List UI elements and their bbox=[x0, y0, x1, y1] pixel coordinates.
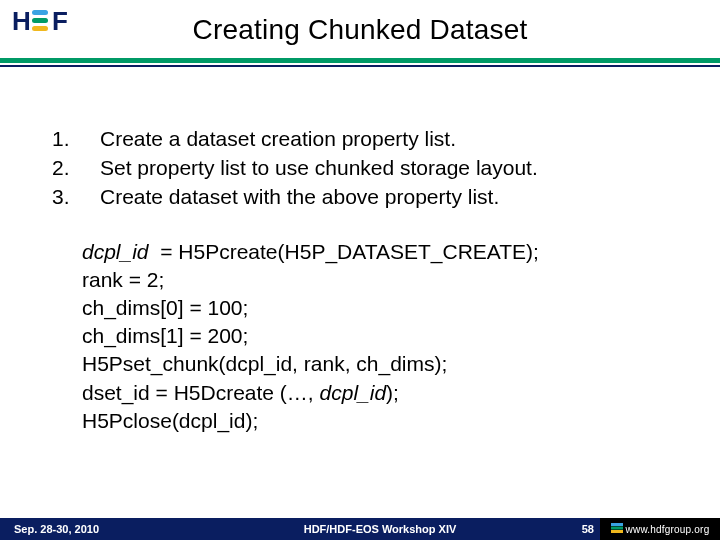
divider-green bbox=[0, 58, 720, 63]
svg-rect-6 bbox=[611, 527, 623, 530]
code-line: ch_dims[0] = 100; bbox=[82, 294, 668, 322]
step-text: Create a dataset creation property list. bbox=[100, 125, 456, 154]
code-line: H5Pset_chunk(dcpl_id, rank, ch_dims); bbox=[82, 350, 668, 378]
footer-page: 58 bbox=[560, 523, 600, 535]
svg-rect-3 bbox=[32, 26, 48, 31]
hdf-logo: H F bbox=[12, 6, 76, 44]
code-block: dcpl_id = H5Pcreate(H5P_DATASET_CREATE);… bbox=[52, 238, 668, 435]
footer-url: www.hdfgroup.org bbox=[626, 524, 710, 535]
list-item: 2. Set property list to use chunked stor… bbox=[52, 154, 668, 183]
code-text: dset_id = H5Dcreate (…, bbox=[82, 381, 320, 404]
svg-text:F: F bbox=[52, 6, 68, 36]
svg-rect-5 bbox=[611, 523, 623, 526]
hdf-mini-logo-icon bbox=[611, 523, 623, 535]
step-text: Create dataset with the above property l… bbox=[100, 183, 499, 212]
code-text: ); bbox=[386, 381, 399, 404]
svg-rect-1 bbox=[32, 10, 48, 15]
slide-title: Creating Chunked Dataset bbox=[0, 10, 720, 58]
list-item: 3. Create dataset with the above propert… bbox=[52, 183, 668, 212]
svg-text:H: H bbox=[12, 6, 31, 36]
code-line: dcpl_id = H5Pcreate(H5P_DATASET_CREATE); bbox=[82, 238, 668, 266]
code-line: H5Pclose(dcpl_id); bbox=[82, 407, 668, 435]
footer: Sep. 28-30, 2010 HDF/HDF-EOS Workshop XI… bbox=[0, 518, 720, 540]
step-number: 3. bbox=[52, 183, 100, 212]
code-ital: dcpl_id bbox=[320, 381, 387, 404]
code-line: dset_id = H5Dcreate (…, dcpl_id); bbox=[82, 379, 668, 407]
divider-navy bbox=[0, 65, 720, 67]
step-number: 2. bbox=[52, 154, 100, 183]
footer-workshop: HDF/HDF-EOS Workshop XIV bbox=[200, 523, 560, 535]
step-text: Set property list to use chunked storage… bbox=[100, 154, 538, 183]
slide: H F Creating Chunked Dataset 1. Create a… bbox=[0, 0, 720, 540]
code-ital: dcpl_id bbox=[82, 240, 149, 263]
step-number: 1. bbox=[52, 125, 100, 154]
footer-date: Sep. 28-30, 2010 bbox=[0, 523, 200, 535]
code-line: rank = 2; bbox=[82, 266, 668, 294]
slide-body: 1. Create a dataset creation property li… bbox=[0, 67, 720, 435]
svg-rect-2 bbox=[32, 18, 48, 23]
header: H F Creating Chunked Dataset bbox=[0, 0, 720, 67]
svg-rect-7 bbox=[611, 530, 623, 533]
numbered-steps: 1. Create a dataset creation property li… bbox=[52, 125, 668, 212]
code-line: ch_dims[1] = 200; bbox=[82, 322, 668, 350]
footer-brand: www.hdfgroup.org bbox=[600, 518, 720, 540]
list-item: 1. Create a dataset creation property li… bbox=[52, 125, 668, 154]
code-text: = H5Pcreate(H5P_DATASET_CREATE); bbox=[160, 240, 539, 263]
